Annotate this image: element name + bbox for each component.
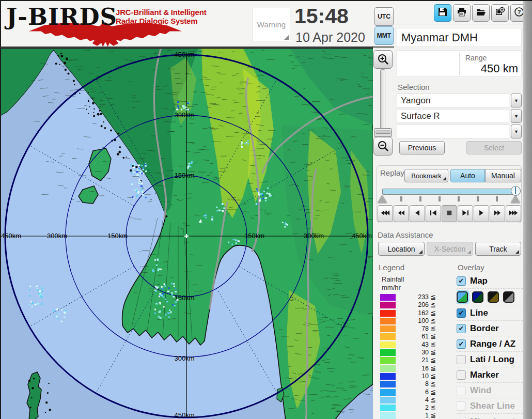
line-checkbox[interactable]: ✔: [457, 308, 466, 318]
warning-indicator[interactable]: Warning: [253, 8, 290, 41]
replay-timeline-track[interactable]: [382, 189, 517, 195]
previous-button[interactable]: Previous: [399, 141, 445, 154]
select-button[interactable]: Select: [466, 141, 522, 154]
svg-text:450km: 450km: [174, 411, 194, 419]
map-zoom-slider-handle[interactable]: [374, 128, 392, 137]
legend-threshold: 6 ≦: [397, 389, 436, 396]
print-button[interactable]: [453, 4, 471, 22]
timeline-tick: [439, 196, 441, 201]
legend-row: 2 ≦: [380, 404, 437, 412]
playback-play-reverse-button[interactable]: [410, 205, 425, 222]
timeline-end-marker-icon[interactable]: [511, 195, 520, 203]
legend-row: 16 ≦: [380, 365, 437, 373]
svg-text:150km: 150km: [174, 172, 194, 179]
legend-row: 61 ≦: [380, 333, 437, 340]
timezone-button-utc[interactable]: UTC: [374, 7, 394, 26]
legend-color-swatch: [380, 342, 396, 348]
svg-text:300km: 300km: [174, 354, 194, 362]
forward-2-icon: [491, 209, 504, 219]
chevron-down-icon[interactable]: ▼: [511, 94, 522, 107]
overlay-row-range-az: ✔Range / AZ: [457, 336, 523, 352]
playback-stop-button[interactable]: [442, 205, 457, 222]
map-style-1[interactable]: [457, 291, 468, 303]
microburst-checkbox: [457, 417, 466, 419]
selection-dropdown-3: ▼: [397, 125, 522, 138]
playback-rewind-3-button[interactable]: [378, 205, 393, 222]
legend-threshold: 162 ≦: [397, 309, 436, 317]
add-image-button[interactable]: [491, 4, 509, 22]
radar-map[interactable]: 450km300km150km150km300km450km450km300km…: [0, 48, 373, 419]
x-section-button[interactable]: X-Section: [427, 242, 473, 256]
location-button[interactable]: Location: [378, 242, 425, 256]
magnifier-minus-icon: [377, 140, 389, 152]
selection-dropdown-1: Yangon▼: [397, 94, 522, 107]
bookmark-button[interactable]: Bookmark: [404, 169, 448, 182]
legend-row: 8 ≦: [380, 380, 437, 388]
legend-row: 43 ≦: [380, 341, 437, 349]
timeline-start-marker-icon[interactable]: [378, 195, 387, 203]
shear-line-checkbox: [457, 401, 466, 411]
replay-auto-button[interactable]: Auto: [450, 169, 485, 182]
playback-forward-3-button[interactable]: [506, 205, 521, 222]
dropdown-value[interactable]: Yangon: [397, 94, 509, 107]
timeline-tick: [400, 196, 402, 201]
border-checkbox[interactable]: ✔: [457, 324, 466, 333]
selection-section-label: Selection: [398, 83, 430, 91]
marker-checkbox[interactable]: [457, 370, 466, 380]
dropdown-value[interactable]: Surface R: [397, 109, 509, 123]
playback-step-forward-button[interactable]: [458, 205, 473, 222]
map-style-swatches: [457, 289, 523, 305]
play-reverse-icon: [411, 209, 424, 219]
map-zoom-slider-track[interactable]: [380, 69, 385, 137]
playback-play-button[interactable]: [474, 205, 489, 222]
map-zoom-out-button[interactable]: [373, 137, 393, 156]
warning-corner-grip-icon: [284, 35, 289, 40]
map-style-4[interactable]: [503, 291, 514, 303]
replay-timeline-handle[interactable]: [511, 186, 521, 196]
overlay-label: Line: [470, 308, 488, 318]
map-style-3[interactable]: [488, 291, 499, 303]
data-assistance-section-label: Data Assistance: [378, 230, 433, 239]
chevron-down-icon[interactable]: ▼: [511, 125, 522, 138]
legend-threshold: 21 ≦: [397, 356, 436, 364]
clock-time: 15:48: [294, 4, 369, 28]
playback-step-back-button[interactable]: [426, 205, 441, 222]
legend-row: 21 ≦: [380, 356, 437, 364]
map-zoom-slider-groove: [382, 73, 382, 129]
track-button[interactable]: Track: [475, 242, 521, 256]
stop-icon: [443, 209, 456, 219]
legend-row: 78 ≦: [380, 325, 437, 333]
legend-color-swatch: [380, 318, 396, 324]
svg-text:300km: 300km: [304, 232, 324, 240]
playback-rewind-2-button[interactable]: [394, 205, 409, 222]
map-checkbox[interactable]: ✔: [457, 276, 466, 286]
replay-manual-button[interactable]: Manual: [485, 169, 521, 182]
legend-threshold: 61 ≦: [397, 333, 436, 340]
legend-row: 6 ≦: [380, 389, 437, 396]
playback-forward-2-button[interactable]: [490, 205, 505, 222]
save-button[interactable]: [434, 4, 451, 22]
legend-color-swatch: [380, 389, 396, 396]
map-left-edge: [0, 48, 1, 419]
legend-color-swatch: [380, 381, 396, 387]
forward-3-icon: [507, 209, 520, 219]
chevron-down-icon[interactable]: ▼: [511, 109, 522, 123]
legend-unit-line2: mm/hr: [382, 284, 401, 291]
legend-color-swatch: [380, 365, 396, 372]
timeline-tick: [477, 196, 479, 201]
timeline-tick: [496, 196, 498, 201]
timezone-button-mmt[interactable]: MMT: [374, 26, 394, 45]
map-style-2[interactable]: [472, 291, 483, 303]
rewind-2-icon: [395, 209, 408, 219]
timeline-tick: [419, 196, 421, 201]
open-folder-button[interactable]: [472, 4, 490, 22]
range-az-checkbox[interactable]: ✔: [457, 339, 466, 349]
legend-color-swatch: [380, 397, 396, 404]
legend-unit-line1: Rainfall: [382, 275, 404, 283]
legend-threshold: 16 ≦: [397, 365, 436, 373]
map-zoom-in-button[interactable]: [373, 50, 393, 69]
dropdown-value[interactable]: [397, 125, 509, 138]
play-icon: [475, 209, 488, 219]
lati-long-checkbox[interactable]: [457, 355, 466, 364]
legend-color-swatch: [380, 349, 396, 356]
